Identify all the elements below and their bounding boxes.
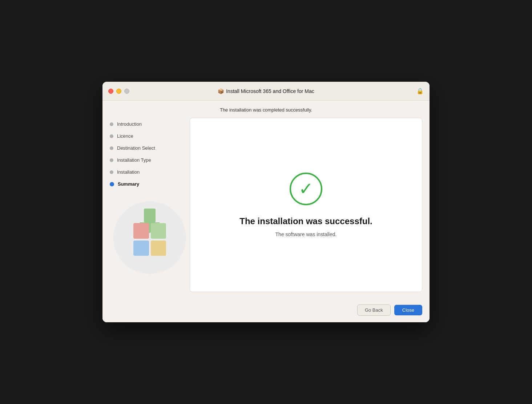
ms-square-blue bbox=[133, 241, 149, 256]
sidebar-item-licence: Licence bbox=[110, 133, 190, 139]
sidebar: Introduction Licence Destination Select … bbox=[110, 118, 190, 292]
installer-window: 📦 Install Microsoft 365 and Office for M… bbox=[102, 82, 430, 322]
ms-square-green bbox=[151, 223, 166, 239]
success-circle: ✓ bbox=[290, 173, 322, 205]
step-dot-summary bbox=[110, 182, 114, 186]
ms-square-red bbox=[133, 223, 149, 239]
step-dot-licence bbox=[110, 134, 113, 138]
sidebar-item-destination-select: Destination Select bbox=[110, 145, 190, 151]
minimize-button[interactable] bbox=[116, 89, 121, 94]
sidebar-steps: Introduction Licence Destination Select … bbox=[110, 121, 190, 187]
step-label-licence: Licence bbox=[117, 133, 133, 139]
close-button-footer[interactable]: Close bbox=[394, 305, 422, 315]
step-label-destination-select: Destination Select bbox=[117, 145, 155, 151]
close-button[interactable] bbox=[108, 89, 113, 94]
step-dot-installation-type bbox=[110, 158, 113, 162]
installer-icon-wrapper bbox=[110, 201, 190, 274]
checkmark-icon: ✓ bbox=[299, 180, 313, 198]
window-title-text: Install Microsoft 365 and Office for Mac bbox=[226, 88, 314, 94]
content-area: Introduction Licence Destination Select … bbox=[102, 118, 430, 299]
step-dot-introduction bbox=[110, 122, 113, 126]
step-dot-installation bbox=[110, 170, 113, 174]
arrow-shaft bbox=[144, 209, 156, 222]
installer-circle bbox=[113, 201, 186, 274]
sidebar-item-introduction: Introduction bbox=[110, 121, 190, 127]
ms365-icon bbox=[130, 219, 170, 259]
success-subtitle: The software was installed. bbox=[275, 231, 337, 237]
maximize-button[interactable] bbox=[124, 89, 129, 94]
step-label-summary: Summary bbox=[118, 181, 139, 187]
titlebar: 📦 Install Microsoft 365 and Office for M… bbox=[102, 82, 430, 101]
success-title: The installation was successful. bbox=[239, 216, 372, 226]
step-label-installation-type: Installation Type bbox=[117, 157, 151, 163]
step-label-installation: Installation bbox=[117, 169, 140, 175]
sidebar-item-summary: Summary bbox=[110, 181, 190, 187]
ms-squares bbox=[133, 223, 166, 256]
step-label-introduction: Introduction bbox=[117, 121, 142, 127]
window-title: 📦 Install Microsoft 365 and Office for M… bbox=[218, 88, 314, 94]
footer: Go Back Close bbox=[102, 299, 430, 322]
lock-icon: 🔒 bbox=[416, 88, 424, 94]
main-panel: ✓ The installation was successful. The s… bbox=[190, 118, 422, 292]
top-message: The installation was completed successfu… bbox=[102, 101, 430, 118]
title-emoji: 📦 bbox=[218, 88, 224, 94]
ms-square-yellow bbox=[151, 241, 166, 256]
sidebar-item-installation-type: Installation Type bbox=[110, 157, 190, 163]
step-dot-destination-select bbox=[110, 146, 113, 150]
sidebar-item-installation: Installation bbox=[110, 169, 190, 175]
traffic-lights bbox=[108, 89, 129, 94]
go-back-button[interactable]: Go Back bbox=[357, 304, 391, 316]
